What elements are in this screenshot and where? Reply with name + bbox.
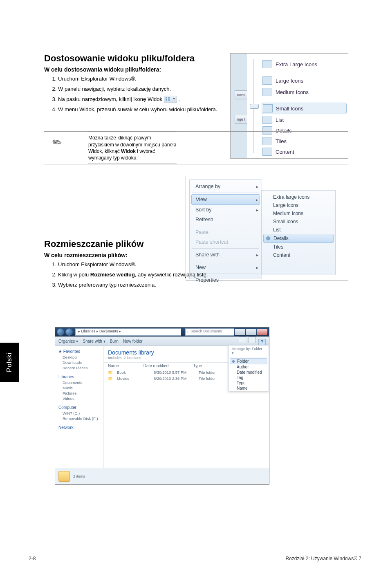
sub-large[interactable]: Large icons [262, 201, 335, 209]
pen-icon: ✎ [49, 135, 65, 151]
maximize-button[interactable] [246, 329, 256, 335]
nav-computer[interactable]: Computer [55, 404, 103, 411]
status-bar: 2 items [55, 468, 269, 485]
nav-recent[interactable]: Recent Places [55, 365, 103, 370]
step-1: Uruchom Eksplorator Windows®. [58, 75, 238, 83]
ribbon-tab-fragment: nge l [235, 115, 247, 124]
heading-arrange: Rozmieszczanie plików [44, 239, 348, 249]
col-type: Type [193, 364, 202, 368]
address-bar[interactable]: ▸ Libraries ▸ Documents ▸ [75, 328, 181, 336]
help-button-icon[interactable]: ? [258, 339, 266, 346]
nav-network[interactable]: Network [55, 424, 103, 431]
nav-videos[interactable]: Videos [55, 396, 103, 401]
arrange-folder[interactable]: Folder [230, 358, 267, 364]
nav-music[interactable]: Music [55, 385, 103, 391]
col-date: Date modified [143, 364, 169, 368]
view-option-extra-large[interactable]: Extra Large Icons [262, 59, 344, 69]
ctx-view[interactable]: View▸ [191, 194, 260, 205]
chapter-label: Rozdział 2: Używanie Windows® 7 [285, 556, 361, 561]
cmd-share[interactable]: Share with ▾ [83, 339, 105, 343]
arrange-tag[interactable]: Tag [229, 375, 269, 380]
cmd-burn[interactable]: Burn [110, 339, 119, 343]
sub-list[interactable]: List [262, 226, 335, 234]
window-buttons [234, 329, 267, 335]
col-name: Name [108, 364, 119, 368]
nav-rdisk[interactable]: Removable Disk (F:) [55, 416, 103, 421]
folder-icon [58, 471, 70, 482]
view-slider-thumb[interactable] [250, 104, 259, 109]
view-dropdown-icon [164, 96, 177, 103]
back-button[interactable] [57, 328, 64, 336]
minimize-button[interactable] [235, 329, 245, 335]
preview-pane-button-icon[interactable] [249, 337, 256, 343]
nav-cdrive[interactable]: WIN7 (C:) [55, 411, 103, 416]
steps-customize: Uruchom Eksplorator Windows®. W panelu n… [44, 75, 238, 113]
command-bar: Organize ▾ Share with ▾ Burn New folder … [55, 337, 269, 346]
view-option-list[interactable]: List [262, 115, 344, 125]
arrange-name[interactable]: Name [229, 386, 269, 391]
navigation-pane: ★ Favorites Desktop Downloads Recent Pla… [55, 346, 104, 468]
page-footer: 2-8 Rozdział 2: Używanie Windows® 7 [29, 553, 361, 561]
ctx-paste: Paste [190, 227, 262, 237]
view-option-medium[interactable]: Medium Icons [262, 87, 344, 97]
view-option-large[interactable]: Large Icons [262, 76, 344, 85]
nav-buttons [57, 328, 73, 336]
arrange-type[interactable]: Type [229, 380, 269, 386]
screenshot-explorer: ▸ Libraries ▸ Documents ▸ ⌕Search Docume… [55, 327, 269, 485]
forward-button[interactable] [65, 328, 73, 336]
arrange-by-dropdown: Arrange by: Folder ▾ Folder Author Date … [228, 345, 269, 391]
file-list-pane: Documents library Includes: 2 locations … [104, 346, 269, 468]
view-option-small[interactable]: Small Icons [262, 103, 347, 114]
step-1: Uruchom Eksplorator Windows®. [58, 261, 344, 269]
status-text: 2 items [73, 474, 85, 478]
note-box: ✎ Można także kliknąć prawym przyciskiem… [44, 131, 348, 164]
nav-desktop[interactable]: Desktop [55, 355, 103, 360]
step-2: W panelu nawigacji, wybierz lokalizację … [58, 85, 238, 93]
arrange-by-label[interactable]: Arrange by: Folder ▾ [229, 346, 269, 356]
sub-extra-large[interactable]: Extra large icons [262, 193, 335, 201]
language-tab: Polski [0, 343, 19, 382]
extra-large-icons-icon [262, 60, 272, 68]
nav-libraries[interactable]: Libraries [55, 373, 103, 380]
step-2: Kliknij w polu Rozmieść według, aby wyśw… [58, 271, 344, 279]
arrange-author[interactable]: Author [229, 364, 269, 370]
list-icon [262, 116, 272, 124]
note-text: Można także kliknąć prawym przyciskiem w… [88, 132, 177, 164]
close-button[interactable] [257, 329, 267, 335]
nav-downloads[interactable]: Downloads [55, 360, 103, 365]
sub-medium[interactable]: Medium icons [262, 209, 335, 218]
sub-small[interactable]: Small icons [262, 218, 335, 226]
large-icons-icon [262, 76, 272, 85]
ctx-sort-by[interactable]: Sort by▸ [190, 205, 262, 215]
steps-arrange: Uruchom Eksplorator Windows®. Kliknij w … [44, 261, 344, 289]
small-icons-icon [263, 104, 273, 112]
ctx-arrange-by[interactable]: Arrange by▸ [190, 182, 262, 191]
cmd-organize[interactable]: Organize ▾ [58, 339, 78, 343]
section-arrange-files: Rozmieszczanie plików W celu rozmieszcze… [44, 239, 348, 292]
search-box[interactable]: ⌕Search Documents [185, 328, 234, 336]
step-4: W menu Widok, przesuń suwak w celu wybor… [58, 106, 238, 114]
section-customize-view: Dostosowanie widoku pliku/foldera W celu… [44, 53, 348, 164]
nav-documents[interactable]: Documents [55, 380, 103, 385]
ctx-refresh[interactable]: Refresh [190, 215, 262, 224]
step-3: Wybierz preferowany typ rozmieszczenia. [58, 281, 344, 289]
arrange-date[interactable]: Date modified [229, 370, 269, 375]
subheading-arrange: W celu rozmieszczenia plików: [44, 252, 348, 258]
view-button-icon[interactable] [239, 337, 246, 343]
cmd-new-folder[interactable]: New folder [123, 339, 143, 343]
nav-favorites[interactable]: ★ Favorites [55, 348, 103, 355]
medium-icons-icon [262, 88, 272, 96]
nav-pictures[interactable]: Pictures [55, 391, 103, 396]
ribbon-tab-fragment: tures [235, 90, 247, 99]
titlebar: ▸ Libraries ▸ Documents ▸ ⌕Search Docume… [55, 328, 269, 337]
step-3: Na pasku narzędziowym, kliknij ikonę Wid… [58, 96, 238, 103]
page-number: 2-8 [29, 556, 36, 561]
